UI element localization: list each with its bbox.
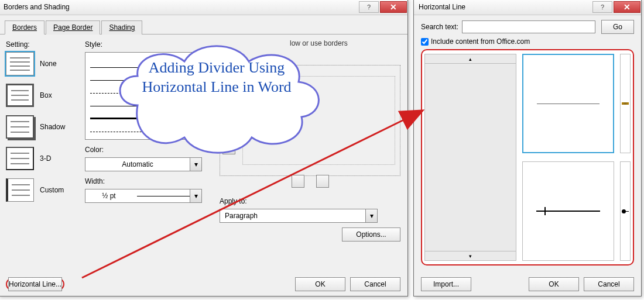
tab-page-border[interactable]: Page Border bbox=[46, 20, 100, 35]
include-office-checkbox[interactable]: Include content from Office.com bbox=[421, 37, 634, 46]
annotation-circle: Horizontal Line... bbox=[6, 278, 64, 291]
style-column: Style: Color: Automatic ▾ Width: ½ pt ▾ bbox=[85, 39, 214, 268]
ok-button[interactable]: OK bbox=[295, 277, 345, 291]
preview-hint: low or use borders bbox=[220, 39, 400, 47]
chevron-down-icon: ▾ bbox=[190, 158, 201, 171]
cancel-button[interactable]: Cancel bbox=[350, 277, 400, 291]
width-combo[interactable]: ½ pt ▾ bbox=[85, 189, 202, 203]
horizontal-line-dialog: Horizontal Line ? ✕ Search text: Go Incl… bbox=[413, 0, 642, 296]
search-row: Search text: Go bbox=[421, 20, 634, 34]
border-left-toggle[interactable] bbox=[292, 175, 304, 188]
color-label: Color: bbox=[85, 146, 214, 154]
help-button[interactable]: ? bbox=[592, 1, 612, 13]
preview-column: low or use borders Apply to: Paragraph ▾… bbox=[214, 39, 400, 268]
dialog-footer: Horizontal Line... OK Cancel bbox=[0, 277, 407, 291]
include-office-check-input[interactable] bbox=[421, 38, 429, 46]
setting-3d-icon bbox=[6, 147, 34, 170]
border-right-toggle[interactable] bbox=[316, 175, 329, 188]
tab-shading[interactable]: Shading bbox=[101, 20, 142, 35]
help-button[interactable]: ? bbox=[359, 1, 379, 13]
results-grid: ▴ ▾ bbox=[421, 49, 634, 265]
color-combo[interactable]: Automatic ▾ bbox=[85, 157, 202, 171]
chevron-down-icon: ▾ bbox=[365, 209, 377, 222]
setting-custom-icon bbox=[6, 178, 34, 202]
options-button[interactable]: Options... bbox=[342, 227, 400, 242]
setting-3d[interactable]: 3-D bbox=[6, 147, 85, 170]
import-button[interactable]: Import... bbox=[421, 277, 471, 291]
apply-to-label: Apply to: bbox=[220, 197, 400, 205]
border-bottom-toggle[interactable] bbox=[222, 142, 235, 154]
cancel-button[interactable]: Cancel bbox=[584, 277, 634, 291]
dialog-title: Horizontal Line bbox=[419, 3, 592, 11]
dialog-footer: Import... OK Cancel bbox=[414, 277, 641, 291]
tab-bar: Borders Page Border Shading bbox=[0, 15, 407, 35]
line-thumb-4[interactable] bbox=[620, 161, 631, 261]
style-label: Style: bbox=[85, 40, 214, 49]
setting-shadow-icon bbox=[6, 115, 34, 139]
dialog-title: Borders and Shading bbox=[4, 3, 358, 11]
setting-column: Setting: None Box Shadow 3-D Custom bbox=[6, 39, 85, 268]
scrollbar[interactable]: ▴ ▾ bbox=[424, 54, 516, 261]
search-label: Search text: bbox=[421, 23, 458, 31]
setting-label: Setting: bbox=[6, 40, 85, 49]
chevron-down-icon: ▾ bbox=[190, 189, 201, 202]
border-top-toggle[interactable] bbox=[222, 87, 235, 99]
setting-box[interactable]: Box bbox=[6, 84, 85, 107]
preview-diagram bbox=[220, 65, 400, 176]
ok-button[interactable]: OK bbox=[529, 277, 579, 291]
horizontal-line-button[interactable]: Horizontal Line... bbox=[8, 277, 62, 291]
style-listbox[interactable] bbox=[85, 52, 202, 140]
titlebar[interactable]: Borders and Shading ? ✕ bbox=[0, 0, 407, 15]
setting-custom[interactable]: Custom bbox=[6, 178, 85, 202]
apply-to-combo[interactable]: Paragraph ▾ bbox=[220, 209, 378, 223]
borders-shading-dialog: Borders and Shading ? ✕ Borders Page Bor… bbox=[0, 0, 408, 296]
scroll-up-icon[interactable]: ▴ bbox=[425, 54, 516, 64]
line-thumb-3[interactable] bbox=[522, 161, 614, 261]
setting-none-icon bbox=[6, 52, 34, 75]
width-sample-icon bbox=[137, 196, 190, 196]
titlebar[interactable]: Horizontal Line ? ✕ bbox=[414, 0, 641, 15]
width-label: Width: bbox=[85, 177, 214, 185]
search-input[interactable] bbox=[462, 20, 595, 33]
setting-none[interactable]: None bbox=[6, 52, 85, 75]
setting-shadow[interactable]: Shadow bbox=[6, 115, 85, 139]
line-thumb-1[interactable] bbox=[522, 54, 614, 153]
line-thumb-2[interactable] bbox=[620, 54, 631, 153]
scroll-down-icon[interactable]: ▾ bbox=[425, 251, 516, 260]
close-button[interactable]: ✕ bbox=[614, 1, 640, 13]
close-button[interactable]: ✕ bbox=[380, 1, 407, 13]
go-button[interactable]: Go bbox=[601, 20, 634, 34]
tab-borders[interactable]: Borders bbox=[5, 20, 44, 35]
setting-box-icon bbox=[6, 84, 34, 107]
